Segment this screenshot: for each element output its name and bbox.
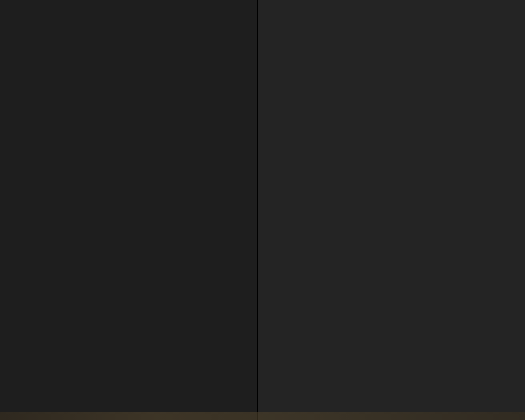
devices-sidebar bbox=[0, 0, 258, 420]
decorative-strip bbox=[0, 412, 525, 420]
folder-contents bbox=[258, 0, 525, 420]
